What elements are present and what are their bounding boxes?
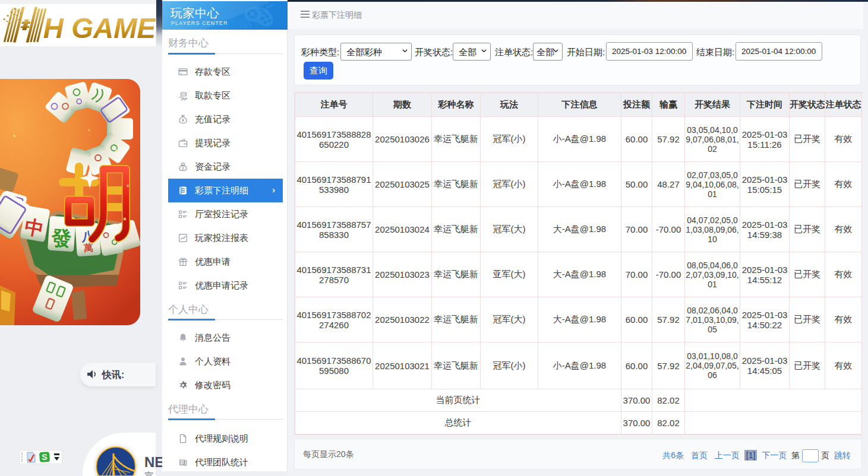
svg-text:H GAME: H GAME	[43, 12, 156, 44]
svg-text:發: 發	[50, 226, 72, 250]
svg-text:$: $	[182, 166, 184, 170]
svg-text:中: 中	[23, 215, 46, 240]
svg-text:S: S	[42, 452, 47, 462]
svg-text:萬: 萬	[83, 242, 93, 253]
